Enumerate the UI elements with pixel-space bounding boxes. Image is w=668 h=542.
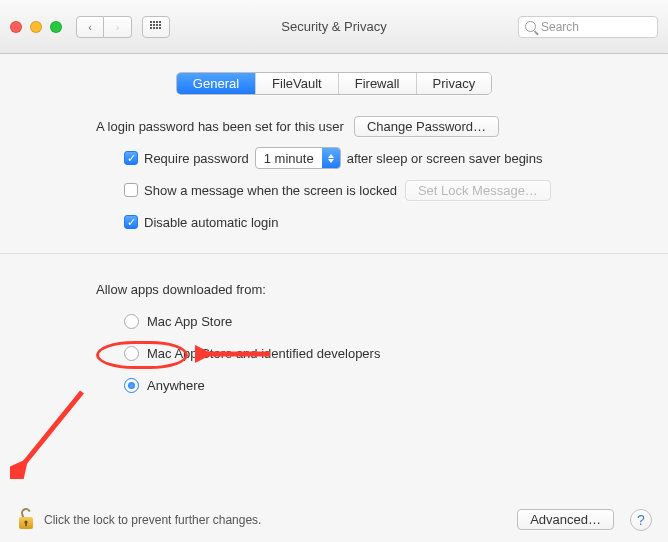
lock-text: Click the lock to prevent further change… <box>44 513 261 527</box>
require-password-checkbox[interactable] <box>124 151 138 165</box>
minimize-icon[interactable] <box>30 21 42 33</box>
svg-rect-4 <box>25 522 27 526</box>
gatekeeper-header: Allow apps downloaded from: <box>96 276 592 302</box>
gatekeeper-option-mas[interactable]: Mac App Store <box>96 308 592 334</box>
nav-back-forward: ‹ › <box>76 16 132 38</box>
radio-icon <box>124 346 139 361</box>
require-password-delay-value: 1 minute <box>256 151 322 166</box>
radio-icon <box>124 314 139 329</box>
grid-icon <box>150 21 162 33</box>
advanced-button[interactable]: Advanced… <box>517 509 614 530</box>
tab-bar: General FileVault Firewall Privacy <box>16 72 652 95</box>
bottom-bar: Click the lock to prevent further change… <box>0 496 668 542</box>
radio-label: Mac App Store and identified developers <box>147 346 380 361</box>
require-password-row: Require password 1 minute after sleep or… <box>96 145 592 171</box>
require-password-label-post: after sleep or screen saver begins <box>347 151 543 166</box>
back-button[interactable]: ‹ <box>76 16 104 38</box>
search-placeholder: Search <box>541 20 579 34</box>
radio-icon <box>124 378 139 393</box>
svg-line-1 <box>22 392 82 466</box>
section-divider <box>0 253 668 254</box>
lock-icon[interactable] <box>16 508 36 532</box>
gatekeeper-option-anywhere[interactable]: Anywhere <box>96 372 592 398</box>
annotation-arrow-lock <box>10 384 100 479</box>
radio-label: Mac App Store <box>147 314 232 329</box>
preference-pane: General FileVault Firewall Privacy A log… <box>0 54 668 496</box>
gatekeeper-option-identified[interactable]: Mac App Store and identified developers <box>96 340 592 366</box>
tab-privacy[interactable]: Privacy <box>417 73 492 94</box>
login-password-label: A login password has been set for this u… <box>96 119 344 134</box>
set-lock-message-button: Set Lock Message… <box>405 180 551 201</box>
disable-auto-login-checkbox[interactable] <box>124 215 138 229</box>
change-password-button[interactable]: Change Password… <box>354 116 499 137</box>
close-icon[interactable] <box>10 21 22 33</box>
help-button[interactable]: ? <box>630 509 652 531</box>
titlebar: ‹ › Security & Privacy Search <box>0 0 668 54</box>
zoom-icon[interactable] <box>50 21 62 33</box>
show-message-row: Show a message when the screen is locked… <box>96 177 592 203</box>
radio-label: Anywhere <box>147 378 205 393</box>
disable-auto-login-label: Disable automatic login <box>144 215 278 230</box>
tab-filevault[interactable]: FileVault <box>256 73 339 94</box>
tab-firewall[interactable]: Firewall <box>339 73 417 94</box>
forward-button: › <box>104 16 132 38</box>
show-message-label: Show a message when the screen is locked <box>144 183 397 198</box>
show-message-checkbox[interactable] <box>124 183 138 197</box>
search-icon <box>525 21 536 32</box>
require-password-label-pre: Require password <box>144 151 249 166</box>
show-all-button[interactable] <box>142 16 170 38</box>
stepper-icon <box>322 148 340 168</box>
require-password-delay-select[interactable]: 1 minute <box>255 147 341 169</box>
login-password-row: A login password has been set for this u… <box>96 113 592 139</box>
tab-general[interactable]: General <box>177 73 256 94</box>
disable-auto-login-row: Disable automatic login <box>96 209 592 235</box>
search-input[interactable]: Search <box>518 16 658 38</box>
window-controls <box>10 21 62 33</box>
